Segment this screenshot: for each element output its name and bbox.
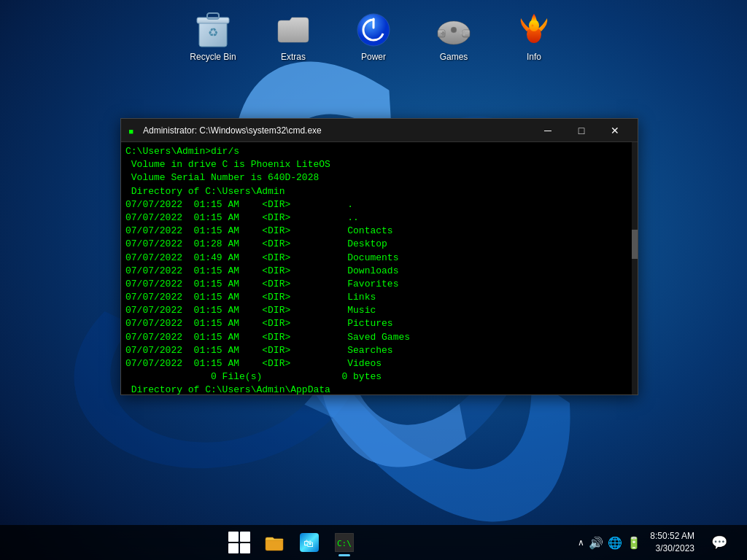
cmd-close-button[interactable]: ✕ (598, 119, 632, 142)
cmd-title-text: Administrator: C:\Windows\system32\cmd.e… (143, 125, 531, 136)
cmd-output-line: Directory of C:\Users\Admin\AppData (125, 384, 633, 394)
svg-point-15 (460, 31, 462, 34)
cmd-scrollbar[interactable] (632, 142, 638, 394)
svg-point-18 (529, 20, 539, 31)
taskbar-file-explorer[interactable] (258, 526, 290, 559)
cmd-output-line: 07/07/2022 01:15 AM <DIR> Downloads (125, 265, 633, 278)
cmd-output-line: 07/07/2022 01:15 AM <DIR> Videos (125, 357, 633, 370)
battery-icon: 🔋 (627, 536, 641, 550)
desktop-icon-extras[interactable]: Extras (264, 11, 322, 62)
chevron-icon[interactable]: ∧ (578, 537, 584, 548)
cmd-output-line: Directory of C:\Users\Admin (125, 185, 633, 198)
network-icon[interactable]: 🌐 (608, 536, 622, 550)
svg-point-16 (451, 27, 457, 33)
taskbar-right-area: ∧ 🔊 🌐 🔋 8:50:52 AM 3/30/2023 💬 (578, 526, 741, 559)
cmd-window: ■ Administrator: C:\Windows\system32\cmd… (120, 118, 638, 395)
cmd-output-line: 07/07/2022 01:15 AM <DIR> Saved Games (125, 331, 633, 344)
svg-point-12 (462, 30, 465, 33)
recycle-bin-icon: ♻ (194, 11, 232, 49)
cmd-output-line: 07/07/2022 01:15 AM <DIR> .. (125, 211, 633, 225)
desktop-icon-power[interactable]: Power (344, 11, 403, 62)
start-button[interactable] (223, 526, 255, 559)
taskbar-cmd[interactable]: C:\ (328, 526, 360, 559)
cmd-output-line: 07/07/2022 01:28 AM <DIR> Desktop (125, 238, 633, 251)
file-explorer-icon (265, 533, 284, 552)
svg-rect-22 (266, 539, 283, 551)
cmd-maximize-button[interactable]: □ (565, 119, 598, 142)
desktop-icon-info[interactable]: Info (505, 11, 563, 62)
cmd-minimize-button[interactable]: ─ (531, 119, 565, 142)
svg-text:♻: ♻ (208, 26, 218, 39)
games-label: Games (440, 52, 468, 62)
svg-point-19 (532, 25, 534, 27)
notification-center-button[interactable]: 💬 (703, 526, 735, 559)
desktop: ♻ Recycle Bin (0, 0, 747, 560)
cmd-output-line: 07/07/2022 01:15 AM <DIR> Contacts (125, 225, 633, 238)
cmd-output-line: Volume Serial Number is 640D-2028 (125, 171, 633, 184)
cmd-output-line: 07/07/2022 01:15 AM <DIR> . (125, 198, 633, 211)
volume-icon[interactable]: 🔊 (589, 536, 603, 550)
svg-point-14 (462, 33, 465, 36)
extras-icon (274, 11, 312, 49)
cmd-output-line: 07/07/2022 01:15 AM <DIR> Searches (125, 344, 633, 357)
cmd-output-line: 07/07/2022 01:15 AM <DIR> Pictures (125, 317, 633, 330)
desktop-icon-recycle-bin[interactable]: ♻ Recycle Bin (184, 11, 242, 62)
extras-label: Extras (281, 52, 306, 62)
cmd-output-line: 07/07/2022 01:15 AM <DIR> Music (125, 304, 633, 317)
cmd-taskbar-icon: C:\ (335, 533, 354, 552)
cmd-scrollbar-thumb (632, 230, 638, 259)
cmd-output-line: 0 File(s) 0 bytes (125, 370, 633, 384)
cmd-output-line: Volume in drive C is Phoenix LiteOS (125, 158, 633, 171)
cmd-output-line: C:\Users\Admin>dir/s (125, 145, 633, 158)
svg-text:🛍: 🛍 (303, 537, 314, 549)
cmd-output-line: 07/07/2022 01:49 AM <DIR> Documents (125, 252, 633, 265)
cmd-titlebar: ■ Administrator: C:\Windows\system32\cmd… (121, 119, 638, 142)
svg-text:■: ■ (129, 128, 133, 135)
power-icon (355, 11, 392, 49)
clock-time: 8:50:52 AM (650, 530, 694, 542)
svg-point-13 (465, 31, 468, 34)
taskbar-center: 🛍 C:\ (6, 526, 578, 559)
svg-rect-11 (441, 33, 446, 34)
taskbar-clock[interactable]: 8:50:52 AM 3/30/2023 (644, 530, 700, 555)
cmd-output-line: 07/07/2022 01:15 AM <DIR> Favorites (125, 278, 633, 291)
phoenix-icon (515, 11, 553, 49)
clock-date: 3/30/2023 (650, 542, 694, 555)
games-icon (435, 11, 473, 49)
ms-store-icon: 🛍 (300, 533, 319, 552)
taskbar: 🛍 C:\ (0, 525, 747, 560)
info-label: Info (527, 52, 541, 62)
recycle-bin-label: Recycle Bin (190, 52, 236, 62)
cmd-output-line: 07/07/2022 01:15 AM <DIR> Links (125, 291, 633, 304)
cmd-title-icon: ■ (127, 125, 139, 136)
power-label: Power (361, 52, 386, 62)
desktop-icon-area: ♻ Recycle Bin (0, 0, 747, 62)
windows-logo-icon (228, 532, 250, 553)
cmd-output[interactable]: C:\Users\Admin>dir/s Volume in drive C i… (121, 142, 638, 394)
svg-text:C:\: C:\ (337, 539, 352, 548)
notification-icon: 💬 (711, 534, 727, 551)
desktop-icon-games[interactable]: Games (425, 11, 483, 62)
cmd-window-controls: ─ □ ✕ (531, 119, 632, 142)
system-tray-icons: ∧ 🔊 🌐 🔋 (578, 536, 641, 550)
taskbar-ms-store[interactable]: 🛍 (293, 526, 325, 559)
